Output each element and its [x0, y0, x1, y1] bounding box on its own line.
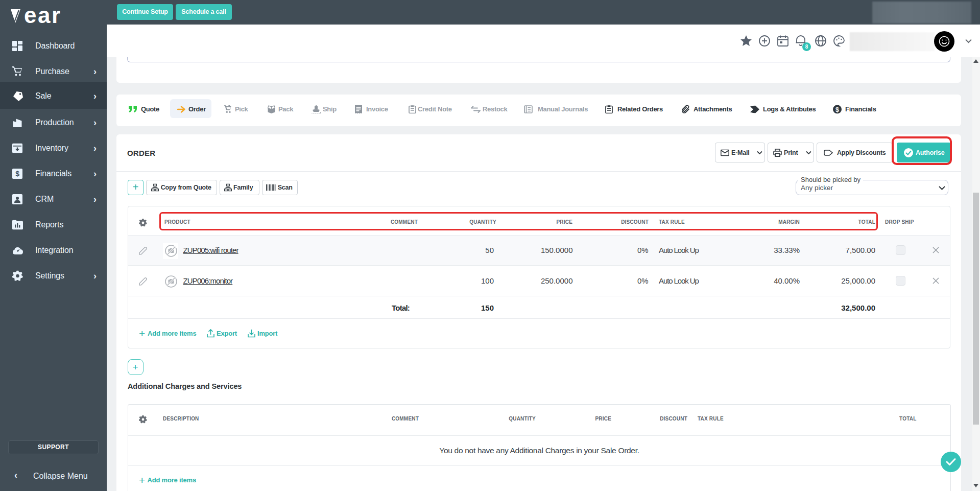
svg-text:ear: ear — [24, 8, 62, 25]
svg-text:$: $ — [15, 170, 19, 178]
svg-text:$: $ — [835, 106, 839, 113]
